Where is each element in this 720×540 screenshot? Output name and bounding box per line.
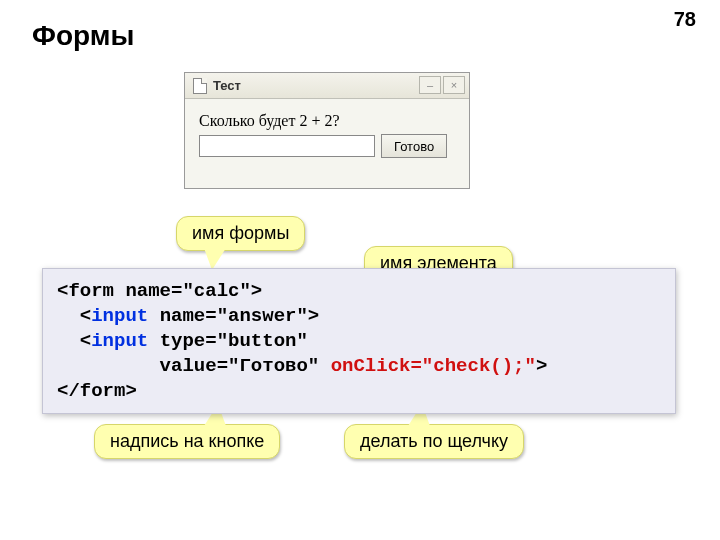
callout-button-caption: надпись на кнопке bbox=[94, 424, 280, 459]
titlebar: Тест – × bbox=[185, 73, 469, 99]
code-block: <form name="calc"> <input name="answer">… bbox=[42, 268, 676, 414]
page-number: 78 bbox=[674, 8, 696, 31]
submit-button[interactable]: Готово bbox=[381, 134, 447, 158]
code-onclick: onClick="check();" bbox=[331, 355, 536, 377]
code-line-3c: type="button" bbox=[148, 330, 308, 352]
close-icon: × bbox=[443, 76, 465, 94]
page-title: Формы bbox=[32, 20, 134, 52]
code-line-2a: < bbox=[57, 305, 91, 327]
code-line-5: </form> bbox=[57, 380, 137, 402]
code-line-3a: < bbox=[57, 330, 91, 352]
callout-form-name: имя формы bbox=[176, 216, 305, 251]
code-keyword-input: input bbox=[91, 330, 148, 352]
code-line-2c: name="answer"> bbox=[148, 305, 319, 327]
minimize-icon: – bbox=[419, 76, 441, 94]
code-line-4c: > bbox=[536, 355, 547, 377]
callout-on-click: делать по щелчку bbox=[344, 424, 524, 459]
answer-input[interactable] bbox=[199, 135, 375, 157]
prompt-text: Сколько будет 2 + 2? bbox=[199, 112, 455, 130]
callout-tail bbox=[204, 248, 226, 270]
page-icon bbox=[193, 78, 207, 94]
code-line-4a: value="Готово" bbox=[57, 355, 331, 377]
code-keyword-input: input bbox=[91, 305, 148, 327]
window-title: Тест bbox=[213, 78, 241, 93]
window-body: Сколько будет 2 + 2? Готово bbox=[185, 99, 469, 158]
code-line-1: <form name="calc"> bbox=[57, 280, 262, 302]
browser-window: Тест – × Сколько будет 2 + 2? Готово bbox=[184, 72, 470, 189]
